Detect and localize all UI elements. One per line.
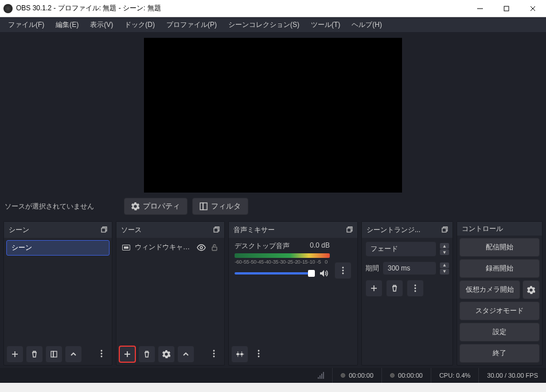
filters-button[interactable]: フィルタ <box>192 198 248 215</box>
scenes-title: シーン <box>9 225 29 235</box>
filter-icon <box>200 202 208 210</box>
transition-duration-input[interactable]: 300 ms <box>383 261 436 275</box>
preview-canvas[interactable] <box>144 38 402 193</box>
source-label: ウィンドウキャプチ <box>135 242 192 252</box>
filters-label: フィルタ <box>211 201 241 211</box>
controls-title: コントロール <box>462 224 503 234</box>
svg-rect-6 <box>102 228 106 232</box>
lock-icon[interactable] <box>210 244 219 252</box>
settings-button[interactable]: 設定 <box>459 323 540 342</box>
network-bars-icon <box>310 368 332 383</box>
mixer-settings-button[interactable] <box>231 346 248 363</box>
record-time-value: 00:00:00 <box>398 372 423 379</box>
menubar: ファイル(F) 編集(E) 表示(V) ドック(D) プロファイル(P) シーン… <box>0 17 546 32</box>
undock-icon[interactable] <box>346 226 353 233</box>
properties-label: プロパティ <box>143 201 180 211</box>
remove-source-button[interactable] <box>138 346 155 363</box>
svg-point-30 <box>258 356 260 358</box>
transitions-title: シーントランジ... <box>366 225 420 235</box>
start-streaming-button[interactable]: 配信開始 <box>459 238 540 257</box>
vu-meter <box>235 253 330 258</box>
properties-button[interactable]: プロパティ <box>124 198 188 215</box>
track-name: デスクトップ音声 <box>235 241 290 251</box>
window-title: OBS 30.1.2 - プロファイル: 無題 - シーン: 無題 <box>16 3 467 13</box>
start-recording-button[interactable]: 録画開始 <box>459 259 540 278</box>
svg-point-29 <box>258 353 260 355</box>
svg-point-21 <box>213 356 215 358</box>
svg-point-13 <box>101 356 103 358</box>
stream-status-dot-icon <box>341 373 345 378</box>
preview-area[interactable] <box>0 32 546 194</box>
duration-label: 期間 <box>365 264 379 273</box>
maximize-button[interactable] <box>493 0 520 17</box>
transition-select[interactable]: フェード <box>365 241 436 257</box>
source-toolbar: ソースが選択されていません プロパティ フィルタ <box>0 194 546 219</box>
track-menu-button[interactable] <box>334 262 352 279</box>
svg-point-15 <box>200 246 202 249</box>
svg-point-25 <box>342 273 344 275</box>
source-menu-button[interactable] <box>206 346 222 362</box>
svg-point-11 <box>101 350 103 352</box>
svg-rect-16 <box>212 247 217 250</box>
add-scene-button[interactable] <box>6 346 24 363</box>
menu-file[interactable]: ファイル(F) <box>2 18 50 32</box>
scenes-dock: シーン シーン <box>3 221 112 366</box>
source-item[interactable]: ウィンドウキャプチ <box>119 240 222 254</box>
sources-title: ソース <box>121 225 142 235</box>
undock-icon[interactable] <box>213 226 220 233</box>
remove-transition-button[interactable] <box>386 280 403 297</box>
volume-slider[interactable] <box>235 272 315 275</box>
source-up-button[interactable] <box>177 346 194 363</box>
svg-point-20 <box>213 353 215 355</box>
svg-rect-1 <box>504 6 509 11</box>
sources-dock: ソース ウィンドウキャプチ <box>116 221 225 366</box>
menu-tools[interactable]: ツール(T) <box>305 18 346 32</box>
menu-edit[interactable]: 編集(E) <box>50 18 84 32</box>
scene-up-button[interactable] <box>65 346 82 363</box>
studio-mode-button[interactable]: スタジオモード <box>459 301 540 320</box>
fps-readout: 30.00 / 30.00 FPS <box>478 368 546 383</box>
menu-dock[interactable]: ドック(D) <box>119 18 161 32</box>
remove-scene-button[interactable] <box>26 346 43 363</box>
obs-logo-icon <box>3 4 13 13</box>
svg-point-28 <box>258 350 260 352</box>
add-source-button[interactable] <box>119 346 136 363</box>
transitions-dock: シーントランジ... フェード ▲▼ 期間 300 ms ▲▼ <box>361 221 453 366</box>
mixer-menu-button[interactable] <box>251 346 267 362</box>
transition-menu-button[interactable] <box>407 280 424 297</box>
scene-menu-button[interactable] <box>93 346 110 362</box>
menu-view[interactable]: 表示(V) <box>84 18 119 32</box>
visibility-icon[interactable] <box>197 243 206 252</box>
minimize-button[interactable] <box>467 0 493 17</box>
stream-time: 00:00:00 <box>332 368 381 383</box>
exit-button[interactable]: 終了 <box>459 344 540 363</box>
speaker-icon[interactable] <box>319 269 330 277</box>
gear-icon <box>131 202 139 210</box>
svg-point-24 <box>342 270 344 272</box>
menu-profile[interactable]: プロファイル(P) <box>161 18 223 32</box>
svg-point-12 <box>101 353 103 355</box>
menu-scenecollection[interactable]: シーンコレクション(S) <box>223 18 305 32</box>
close-button[interactable] <box>520 0 546 17</box>
svg-rect-4 <box>200 203 203 210</box>
duration-spin[interactable]: ▲▼ <box>440 262 449 275</box>
menu-help[interactable]: ヘルプ(H) <box>346 18 388 32</box>
scene-item[interactable]: シーン <box>6 240 110 256</box>
svg-point-23 <box>342 267 344 269</box>
start-virtual-cam-button[interactable]: 仮想カメラ開始 <box>459 280 520 299</box>
mixer-track: デスクトップ音声 0.0 dB -60-55-50-45-40-35-30-25… <box>231 240 355 283</box>
transition-spin[interactable]: ▲▼ <box>440 243 449 255</box>
record-time: 00:00:00 <box>381 368 431 383</box>
svg-rect-14 <box>214 228 218 232</box>
svg-point-19 <box>213 350 215 352</box>
window-capture-icon <box>122 245 130 250</box>
volume-thumb[interactable] <box>308 270 315 277</box>
virtual-cam-settings-button[interactable] <box>522 280 540 299</box>
source-properties-button[interactable] <box>158 346 175 363</box>
add-transition-button[interactable] <box>365 280 383 297</box>
titlebar: OBS 30.1.2 - プロファイル: 無題 - シーン: 無題 <box>0 0 546 17</box>
undock-icon[interactable] <box>100 226 107 233</box>
svg-rect-31 <box>442 228 446 232</box>
scene-filters-button[interactable] <box>45 346 63 363</box>
undock-icon[interactable] <box>441 226 448 233</box>
